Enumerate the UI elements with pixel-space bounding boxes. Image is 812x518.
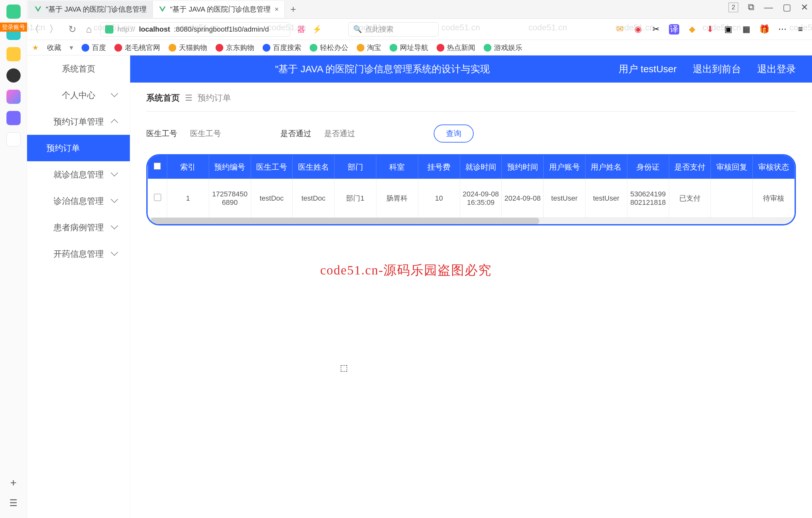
url-input[interactable]: http://localhost:8080/springbootf1ls0/ad… — [100, 22, 290, 36]
launcher-icon-5[interactable] — [6, 111, 21, 125]
browser-chrome: "基于 JAVA 的医院门诊信息管理 "基于 JAVA 的医院门诊信息管理 × … — [0, 0, 812, 55]
close-window-icon[interactable]: ✕ — [801, 2, 808, 12]
bookmark-item[interactable]: 热点新闻 — [437, 43, 475, 53]
table-header: 身份证 — [627, 156, 669, 179]
launcher-icon-4[interactable] — [6, 90, 21, 104]
pip-icon[interactable]: ▣ — [723, 24, 733, 34]
bookmark-item[interactable]: 老毛桃官网 — [114, 43, 160, 53]
cell-uname: testUser — [585, 179, 627, 218]
app-topbar: "基于 JAVA 的医院门诊信息管理系统的设计与实现 用户 testUser 退… — [130, 55, 812, 83]
browser-tab-active[interactable]: "基于 JAVA 的医院门诊信息管理 × — [153, 1, 285, 18]
tab-count[interactable]: 2 — [729, 3, 738, 12]
close-icon[interactable]: × — [274, 5, 279, 13]
cell-visit: 2024-09-08 16:35:09 — [460, 179, 502, 218]
vue-icon — [158, 5, 166, 13]
filter-input-docid[interactable] — [190, 129, 248, 138]
cell-fee: 10 — [418, 179, 460, 218]
table-header: 预约编号 — [209, 156, 251, 179]
address-bar: 〈 〉 ↻ ⌂ http://localhost:8080/springboot… — [0, 19, 812, 40]
minimize-icon[interactable]: — — [764, 2, 773, 12]
sidepanel-icon[interactable]: ⧉ — [748, 2, 754, 12]
launcher-menu-icon[interactable]: ☰ — [9, 498, 18, 508]
login-tag[interactable]: 登录账号 — [0, 23, 27, 32]
menu-icon[interactable]: ≡ — [795, 24, 806, 34]
home-icon[interactable]: ⌂ — [85, 24, 93, 35]
bookmark-item[interactable]: 百度 — [82, 43, 106, 53]
header-checkbox[interactable] — [154, 163, 161, 170]
weibo-icon[interactable]: ◉ — [633, 24, 643, 34]
browser-tab[interactable]: "基于 JAVA 的医院门诊信息管理 — [28, 1, 153, 18]
search-input[interactable]: 🔍 点此搜索 — [348, 22, 439, 36]
bookmark-item[interactable]: 京东购物 — [215, 43, 254, 53]
sidebar-item-rx-mgmt[interactable]: 开药信息管理 — [27, 241, 130, 267]
shield-icon — [105, 25, 113, 33]
sidebar-item-appt-order[interactable]: 预约订单 — [27, 135, 130, 161]
sidebar-item-treat-mgmt[interactable]: 诊治信息管理 — [27, 188, 130, 214]
breadcrumb-home[interactable]: 系统首页 — [146, 92, 180, 104]
horizontal-scrollbar[interactable] — [148, 218, 794, 224]
forward-icon[interactable]: 〉 — [48, 23, 60, 36]
bookmark-item[interactable]: 轻松办公 — [310, 43, 348, 53]
cell-dept: 部门1 — [335, 179, 376, 218]
translate-icon[interactable]: 译 — [669, 24, 679, 34]
vue-icon — [34, 5, 42, 13]
breadcrumb-current: 预约订单 — [198, 92, 231, 104]
reload-icon[interactable]: ↻ — [67, 24, 78, 35]
favorites-label[interactable]: 收藏 — [47, 43, 61, 53]
row-checkbox[interactable] — [154, 194, 161, 201]
bookmark-item[interactable]: 游戏娱乐 — [484, 43, 522, 53]
content: 系统首页 ☰ 预约订单 医生工号 是否通过 查询 索引预约编号医生工号医生姓名部… — [130, 83, 812, 235]
cursor-icon: ⬚ — [340, 363, 348, 373]
more-icon[interactable]: ⋯ — [777, 24, 787, 34]
cell-room: 肠胃科 — [376, 179, 418, 218]
table-header: 挂号费 — [418, 156, 460, 179]
maximize-icon[interactable]: ▢ — [783, 2, 791, 12]
table-row: 1 1725784506890 testDoc testDoc 部门1 肠胃科 … — [148, 179, 794, 218]
download-icon[interactable]: ⬇ — [705, 24, 715, 34]
new-tab-button[interactable]: + — [285, 4, 301, 15]
bookmark-item[interactable]: 天猫购物 — [169, 43, 207, 53]
gift-icon[interactable]: 🎁 — [759, 24, 770, 34]
cell-reply — [711, 179, 753, 218]
cell-docname: testDoc — [293, 179, 335, 218]
topbar-exit-front[interactable]: 退出到前台 — [693, 62, 741, 76]
watermark-center: code51.cn-源码乐园盗图必究 — [320, 261, 492, 279]
cell-idcard: 530624199802121818 — [627, 179, 669, 218]
bookmark-item[interactable]: 百度搜索 — [263, 43, 301, 53]
cell-docid: testDoc — [251, 179, 293, 218]
flash-icon[interactable]: ⚡ — [312, 25, 322, 34]
sidebar-item-home[interactable]: 系统首页 — [27, 55, 130, 82]
scissors-icon[interactable]: ✂ — [651, 24, 661, 34]
mail-icon[interactable]: ✉ — [615, 24, 625, 34]
search-icon: 🔍 — [353, 25, 362, 33]
star-icon: ★ — [32, 44, 39, 52]
table-header: 部门 — [335, 156, 376, 179]
topbar-user[interactable]: 用户 testUser — [619, 62, 677, 76]
browser-logo-icon[interactable] — [6, 4, 21, 19]
add-launcher-icon[interactable]: + — [10, 476, 17, 489]
back-icon[interactable]: 〈 — [28, 23, 40, 36]
query-button[interactable]: 查询 — [434, 125, 474, 142]
data-table: 索引预约编号医生工号医生姓名部门科室挂号费就诊时间预约时间用户账号用户姓名身份证… — [146, 154, 796, 225]
table-header: 审核状态 — [753, 156, 794, 179]
bookmark-item[interactable]: 淘宝 — [357, 43, 381, 53]
bookmark-bar: ★ 收藏 ▾ 百度 老毛桃官网 天猫购物 京东购物 百度搜索 轻松办公 淘宝 网… — [0, 40, 812, 55]
sidebar-item-appt-mgmt[interactable]: 预约订单管理 — [27, 108, 130, 135]
launcher-icon-3[interactable] — [6, 69, 21, 83]
sidebar-item-profile[interactable]: 个人中心 — [27, 82, 130, 108]
filter-input-pass[interactable] — [324, 129, 382, 138]
sidebar-item-case-mgmt[interactable]: 患者病例管理 — [27, 214, 130, 241]
bookmark-item[interactable]: 网址导航 — [389, 43, 428, 53]
table-header: 用户账号 — [544, 156, 585, 179]
table-header: 是否支付 — [669, 156, 711, 179]
launcher-icon-2[interactable] — [6, 47, 21, 61]
app-root: 系统首页 个人中心 预约订单管理 预约订单 就诊信息管理 诊治信息管理 患者病例… — [27, 55, 812, 518]
grid-icon[interactable]: ▦ — [741, 24, 751, 34]
cell-apptno: 1725784506890 — [209, 179, 251, 218]
sidebar-item-visit-mgmt[interactable]: 就诊信息管理 — [27, 161, 130, 188]
brand-icon[interactable]: 器 — [297, 24, 305, 34]
table-header: 用户姓名 — [585, 156, 627, 179]
extension-icon[interactable]: ◆ — [687, 24, 697, 34]
launcher-icon-6[interactable] — [6, 132, 21, 146]
topbar-logout[interactable]: 退出登录 — [757, 62, 796, 76]
